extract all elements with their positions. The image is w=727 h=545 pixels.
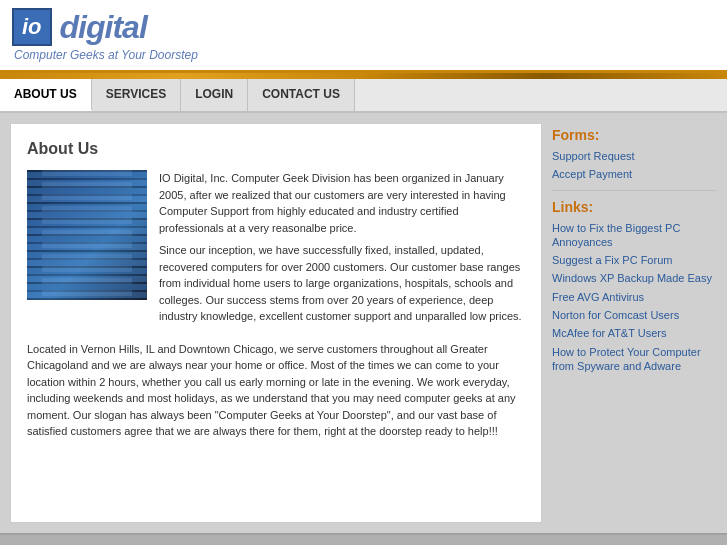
- links-title: Links:: [552, 199, 717, 215]
- about-text: IO Digital, Inc. Computer Geek Division …: [159, 170, 525, 331]
- paragraph-2: Since our inception, we have successfull…: [159, 242, 525, 325]
- logo-top: io digital: [12, 8, 198, 46]
- nav-item-login[interactable]: LOGIN: [181, 79, 248, 111]
- paragraph-1: IO Digital, Inc. Computer Geek Division …: [159, 170, 525, 236]
- nav-item-about[interactable]: ABOUT US: [0, 79, 92, 111]
- about-inner: IO Digital, Inc. Computer Geek Division …: [27, 170, 525, 331]
- sidebar-link-1[interactable]: Suggest a Fix PC Forum: [552, 253, 717, 267]
- sidebar-link-4[interactable]: Norton for Comcast Users: [552, 308, 717, 322]
- about-image: [27, 170, 147, 300]
- sidebar-link-0[interactable]: How to Fix the Biggest PC Annoyances: [552, 221, 717, 250]
- main-content: About Us IO Digital, Inc. Computer Geek …: [10, 123, 542, 523]
- sidebar-link-6[interactable]: How to Protect Your Computer from Spywar…: [552, 345, 717, 374]
- nav-item-contact[interactable]: CONTACT US: [248, 79, 355, 111]
- sidebar-divider: [552, 190, 717, 191]
- logo-icon: io: [12, 8, 52, 46]
- sidebar-link-payment[interactable]: Accept Payment: [552, 167, 717, 181]
- about-full: Located in Vernon Hills, IL and Downtown…: [27, 341, 525, 440]
- content-wrapper: About Us IO Digital, Inc. Computer Geek …: [0, 113, 727, 533]
- sidebar-link-2[interactable]: Windows XP Backup Made Easy: [552, 271, 717, 285]
- paragraph-3: Located in Vernon Hills, IL and Downtown…: [27, 341, 525, 440]
- logo-box: io digital Computer Geeks at Your Doorst…: [12, 8, 198, 62]
- logo-tagline: Computer Geeks at Your Doorstep: [14, 48, 198, 62]
- sidebar: Forms: Support Request Accept Payment Li…: [552, 123, 717, 523]
- page-title: About Us: [27, 140, 525, 158]
- sidebar-link-support[interactable]: Support Request: [552, 149, 717, 163]
- sidebar-link-5[interactable]: McAfee for AT&T Users: [552, 326, 717, 340]
- footer: © 2005 - 2010 IO Digital, Inc. | Design …: [0, 533, 727, 545]
- sidebar-link-3[interactable]: Free AVG Antivirus: [552, 290, 717, 304]
- nav-item-services[interactable]: SERVICES: [92, 79, 181, 111]
- logo-text: digital: [60, 9, 147, 46]
- header: io digital Computer Geeks at Your Doorst…: [0, 0, 727, 73]
- forms-title: Forms:: [552, 127, 717, 143]
- nav: ABOUT US SERVICES LOGIN CONTACT US: [0, 79, 727, 113]
